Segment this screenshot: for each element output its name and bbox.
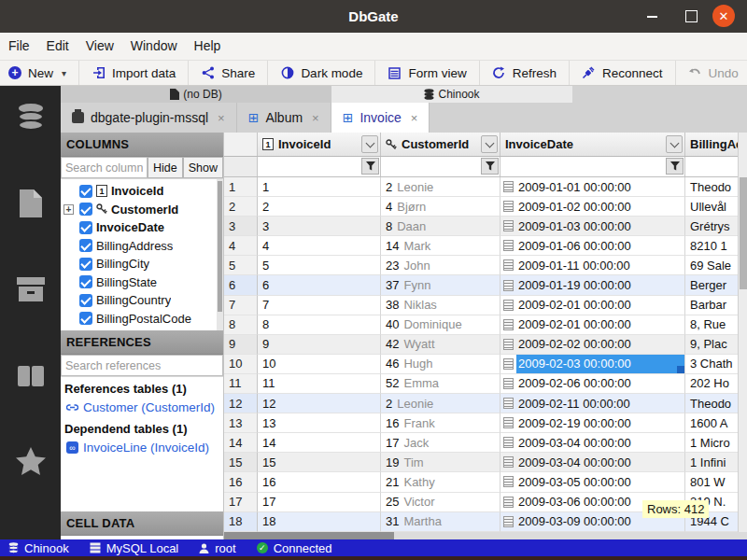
- form-open-icon[interactable]: [503, 378, 514, 389]
- column-header-customerid[interactable]: CustomerId: [381, 133, 500, 156]
- customerid-cell[interactable]: 2Leonie: [381, 394, 500, 413]
- invoiceid-cell[interactable]: 8: [258, 315, 381, 335]
- statusbar-user[interactable]: root: [199, 541, 235, 555]
- menu-edit[interactable]: Edit: [38, 33, 78, 60]
- row-number-cell[interactable]: 14: [224, 433, 258, 453]
- close-tab-icon[interactable]: ×: [411, 111, 418, 125]
- invoiceid-cell[interactable]: 12: [258, 394, 381, 413]
- invoiceid-cell[interactable]: 7: [258, 296, 381, 315]
- customerid-cell[interactable]: 23John: [381, 256, 500, 275]
- billingaddress-cell[interactable]: Theodo: [685, 394, 738, 413]
- filter-funnel-button[interactable]: [361, 158, 379, 175]
- row-number-cell[interactable]: 18: [224, 512, 258, 532]
- row-number-cell[interactable]: 7: [224, 296, 258, 315]
- invoicedate-cell[interactable]: 2009-01-03 00:00:00: [500, 217, 685, 236]
- row-number-cell[interactable]: 6: [224, 275, 258, 295]
- billingaddress-cell[interactable]: 202 Ho: [685, 374, 738, 394]
- row-number-cell[interactable]: 9: [224, 335, 258, 355]
- dark-mode-button[interactable]: Dark mode: [268, 61, 375, 85]
- selection-fill-handle[interactable]: [677, 366, 684, 373]
- statusbar-database[interactable]: Chinook: [8, 541, 69, 555]
- invoicedate-cell[interactable]: 2009-02-02 00:00:00: [500, 335, 685, 355]
- invoiceid-cell[interactable]: 15: [258, 453, 381, 472]
- file-icon[interactable]: [14, 187, 48, 220]
- invoicedate-cell[interactable]: 2009-03-05 00:00:00: [500, 472, 685, 492]
- invoiceid-cell[interactable]: 16: [258, 472, 381, 492]
- invoicedate-cell[interactable]: 2009-01-02 00:00:00: [500, 197, 685, 217]
- customerid-cell[interactable]: 8Daan: [381, 217, 500, 236]
- customerid-cell[interactable]: 38Niklas: [381, 296, 500, 315]
- customerid-cell[interactable]: 31Martha: [381, 512, 500, 532]
- column-list-item[interactable]: BillingCountry: [61, 291, 223, 310]
- billingaddress-cell[interactable]: Barbar: [685, 296, 738, 315]
- row-number-cell[interactable]: 5: [224, 256, 258, 275]
- billingaddress-cell[interactable]: 69 Sale: [685, 256, 738, 275]
- statusbar-server[interactable]: MySQL Local: [90, 541, 179, 555]
- tab-group-no-db[interactable]: (no DB): [61, 86, 331, 103]
- invoiceid-cell[interactable]: 5: [258, 256, 381, 275]
- invoicedate-cell[interactable]: 2009-01-11 00:00:00: [500, 256, 685, 275]
- form-open-icon[interactable]: [503, 456, 514, 468]
- refresh-button[interactable]: Refresh: [480, 61, 570, 85]
- form-open-icon[interactable]: [503, 280, 514, 291]
- search-columns-input[interactable]: [61, 157, 148, 178]
- invoicedate-cell[interactable]: 2009-02-01 00:00:00: [500, 315, 685, 335]
- close-tab-icon[interactable]: ×: [218, 111, 225, 125]
- invoicedate-cell[interactable]: 2009-03-04 00:00:00: [500, 433, 685, 453]
- invoiceid-cell[interactable]: 13: [258, 413, 381, 433]
- billingaddress-cell[interactable]: 9, Plac: [685, 335, 738, 355]
- row-number-cell[interactable]: 3: [224, 217, 258, 236]
- form-open-icon[interactable]: [503, 497, 514, 508]
- checkbox-checked-icon[interactable]: [79, 275, 92, 288]
- reference-link-customer[interactable]: Customer (CustomerId): [61, 398, 223, 417]
- show-button[interactable]: Show: [183, 157, 223, 178]
- column-header-invoicedate[interactable]: InvoiceDate: [500, 133, 685, 156]
- import-data-button[interactable]: Import data: [79, 61, 189, 85]
- customerid-cell[interactable]: 40Dominique: [381, 315, 500, 335]
- filter-funnel-button[interactable]: [481, 158, 499, 175]
- column-list-item[interactable]: BillingPostalCode: [61, 310, 223, 329]
- customerid-cell[interactable]: 37Fynn: [381, 275, 500, 295]
- form-open-icon[interactable]: [503, 220, 514, 231]
- star-icon[interactable]: [14, 444, 48, 478]
- customerid-cell[interactable]: 4Bjørn: [381, 197, 500, 217]
- menu-help[interactable]: Help: [186, 33, 230, 60]
- form-open-icon[interactable]: [503, 319, 514, 330]
- row-number-cell[interactable]: 15: [224, 453, 258, 472]
- close-button[interactable]: ✕: [712, 5, 735, 27]
- book-icon[interactable]: [14, 358, 48, 392]
- row-number-cell[interactable]: 8: [224, 315, 258, 335]
- filter-funnel-button[interactable]: [666, 158, 684, 175]
- invoicedate-filter-input[interactable]: [501, 158, 664, 175]
- invoicedate-cell[interactable]: 2009-02-01 00:00:00: [500, 296, 685, 315]
- billingaddress-cell[interactable]: 801 W: [685, 472, 738, 492]
- menu-view[interactable]: View: [78, 33, 122, 60]
- form-open-icon[interactable]: [503, 417, 514, 428]
- invoiceid-cell[interactable]: 14: [258, 433, 381, 453]
- checkbox-checked-icon[interactable]: [79, 203, 92, 216]
- row-number-cell[interactable]: 13: [224, 413, 258, 433]
- invoiceid-cell[interactable]: 11: [258, 374, 381, 394]
- form-open-icon[interactable]: [503, 339, 514, 350]
- tab-album[interactable]: ⊞ Album ×: [237, 103, 331, 133]
- invoiceid-cell[interactable]: 3: [258, 217, 381, 236]
- checkbox-checked-icon[interactable]: [79, 312, 92, 325]
- customerid-cell[interactable]: 52Emma: [381, 374, 500, 394]
- expander-icon[interactable]: +: [63, 204, 74, 215]
- invoiceid-cell[interactable]: 4: [258, 236, 381, 256]
- row-number-cell[interactable]: 4: [224, 236, 258, 256]
- checkbox-checked-icon[interactable]: [79, 221, 92, 234]
- customerid-cell[interactable]: 42Wyatt: [381, 335, 500, 355]
- checkbox-checked-icon[interactable]: [79, 185, 92, 198]
- form-open-icon[interactable]: [503, 201, 514, 212]
- invoicedate-cell[interactable]: 2009-01-06 00:00:00: [500, 236, 685, 256]
- reconnect-button[interactable]: Reconnect: [570, 61, 676, 85]
- column-menu-button[interactable]: [481, 135, 498, 153]
- customerid-cell[interactable]: 17Jack: [381, 433, 500, 453]
- column-list-item[interactable]: +CustomerId: [61, 201, 223, 219]
- form-open-icon[interactable]: [503, 240, 514, 251]
- billingaddress-cell[interactable]: 1600 A: [685, 413, 738, 433]
- columns-panel-header[interactable]: COLUMNS: [61, 133, 223, 157]
- invoiceid-filter-input[interactable]: [259, 158, 359, 175]
- row-number-cell[interactable]: 17: [224, 493, 258, 512]
